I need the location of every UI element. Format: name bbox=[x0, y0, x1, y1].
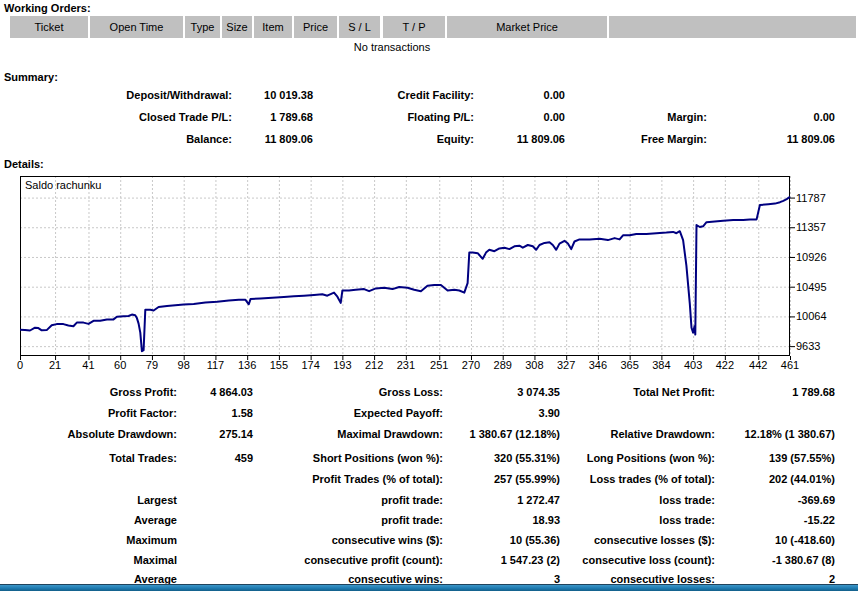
stat-value: 1 272.47 bbox=[450, 490, 560, 510]
summary-value: 11 809.06 bbox=[480, 128, 565, 150]
column-header-open-time: Open Time bbox=[90, 16, 183, 38]
y-tick-label: 10495 bbox=[796, 281, 840, 293]
stat-label: Absolute Drawdown: bbox=[0, 424, 177, 444]
stat-row: Maximumconsecutive wins ($):10 (55.36)co… bbox=[0, 530, 858, 550]
stat-label: Maximal Drawdown: bbox=[260, 424, 443, 444]
y-tick-label: 11357 bbox=[796, 221, 840, 233]
balance-chart-canvas bbox=[20, 176, 790, 356]
stat-value: 10 (55.36) bbox=[450, 530, 560, 550]
stat-label: profit trade: bbox=[260, 510, 443, 530]
stat-label: consecutive wins ($): bbox=[260, 530, 443, 550]
summary-label: Margin: bbox=[560, 106, 707, 128]
stat-value: 18.93 bbox=[450, 510, 560, 530]
stat-value: 3.90 bbox=[450, 403, 560, 423]
stat-row: Averageprofit trade:18.93loss trade:-15.… bbox=[0, 510, 858, 530]
stat-label: Expected Payoff: bbox=[260, 403, 443, 423]
chart-border bbox=[21, 177, 790, 356]
stat-label: Profit Factor: bbox=[0, 403, 177, 423]
stat-value: 1.58 bbox=[185, 403, 253, 423]
stat-value: 3 074.35 bbox=[450, 382, 560, 402]
stat-label: Total Trades: bbox=[0, 448, 177, 468]
column-header-item: Item bbox=[254, 16, 292, 38]
stat-row: Largestprofit trade:1 272.47loss trade:-… bbox=[0, 490, 858, 510]
stat-row: Profit Factor:1.58Expected Payoff:3.90 bbox=[0, 403, 858, 423]
stat-value: 257 (55.99%) bbox=[450, 469, 560, 489]
balance-chart: Saldo rachunku bbox=[20, 176, 790, 356]
x-tick-label: 0 bbox=[0, 359, 40, 371]
no-transactions-message: No transactions bbox=[0, 41, 784, 53]
column-header-size: Size bbox=[222, 16, 252, 38]
y-tick-label: 9633 bbox=[796, 340, 840, 352]
stat-label: Relative Drawdown: bbox=[566, 424, 715, 444]
summary-title: Summary: bbox=[4, 71, 58, 83]
stat-value: 275.14 bbox=[185, 424, 253, 444]
stat-label: Largest bbox=[0, 490, 177, 510]
balance-line bbox=[20, 197, 790, 352]
y-tick-label: 11787 bbox=[796, 192, 840, 204]
y-tick-label: 10064 bbox=[796, 310, 840, 322]
stat-value: 1 380.67 (12.18%) bbox=[450, 424, 560, 444]
details-title: Details: bbox=[4, 158, 44, 170]
summary-label: Floating P/L: bbox=[330, 106, 474, 128]
summary-value: 0.00 bbox=[700, 106, 835, 128]
stat-label: loss trade: bbox=[566, 510, 715, 530]
column-header-blank bbox=[609, 16, 856, 38]
stat-label: Gross Loss: bbox=[260, 382, 443, 402]
stat-row: Profit Trades (% of total):257 (55.99%)L… bbox=[0, 469, 858, 489]
stat-value: 202 (44.01%) bbox=[722, 469, 835, 489]
stat-label: consecutive loss (count): bbox=[566, 550, 715, 570]
summary-label: Closed Trade P/L: bbox=[0, 106, 232, 128]
summary-value: 10 019.38 bbox=[240, 84, 313, 106]
summary-value: 11 809.06 bbox=[240, 128, 313, 150]
summary-label: Equity: bbox=[330, 128, 474, 150]
stat-label: profit trade: bbox=[260, 490, 443, 510]
stat-row: Absolute Drawdown:275.14Maximal Drawdown… bbox=[0, 424, 858, 444]
column-header-type: Type bbox=[185, 16, 220, 38]
stat-label: Loss trades (% of total): bbox=[566, 469, 715, 489]
stat-value: 459 bbox=[185, 448, 253, 468]
stat-value: 139 (57.55%) bbox=[722, 448, 835, 468]
stat-label: Short Positions (won %): bbox=[260, 448, 443, 468]
stat-value: 320 (55.31%) bbox=[450, 448, 560, 468]
summary-value: 0.00 bbox=[480, 106, 565, 128]
summary-value: 11 809.06 bbox=[700, 128, 835, 150]
column-header-ticket: Ticket bbox=[10, 16, 88, 38]
stat-value: 1 547.23 (2) bbox=[450, 550, 560, 570]
stat-value: 12.18% (1 380.67) bbox=[722, 424, 835, 444]
column-header-price: Price bbox=[294, 16, 337, 38]
trade-report-page: Working Orders: TicketOpen TimeTypeSizeI… bbox=[0, 0, 858, 593]
stat-label: Profit Trades (% of total): bbox=[260, 469, 443, 489]
stat-row: Gross Profit:4 864.03Gross Loss:3 074.35… bbox=[0, 382, 858, 402]
stat-label: Gross Profit: bbox=[0, 382, 177, 402]
column-header-market-price: Market Price bbox=[447, 16, 607, 38]
stat-row: Maximalconsecutive profit (count):1 547.… bbox=[0, 550, 858, 570]
summary-value: 0.00 bbox=[480, 84, 565, 106]
stat-value: -369.69 bbox=[722, 490, 835, 510]
stat-label: Long Positions (won %): bbox=[566, 448, 715, 468]
stat-value: -15.22 bbox=[722, 510, 835, 530]
summary-label: Balance: bbox=[0, 128, 232, 150]
stat-label: consecutive profit (count): bbox=[260, 550, 443, 570]
stat-value: 4 864.03 bbox=[185, 382, 253, 402]
stat-value: 1 789.68 bbox=[722, 382, 835, 402]
stat-row: Total Trades:459Short Positions (won %):… bbox=[0, 448, 858, 468]
column-header-t-p: T / P bbox=[383, 16, 445, 38]
bottom-accent-bar bbox=[0, 584, 858, 591]
stat-value: 10 (-418.60) bbox=[722, 530, 835, 550]
working-orders-title: Working Orders: bbox=[4, 2, 91, 14]
x-tick-label: 461 bbox=[770, 359, 810, 371]
stat-label: Total Net Profit: bbox=[566, 382, 715, 402]
stat-value: -1 380.67 (8) bbox=[722, 550, 835, 570]
stat-label: Maximal bbox=[0, 550, 177, 570]
summary-row: Balance:11 809.06Equity:11 809.06Free Ma… bbox=[0, 128, 858, 150]
y-tick-label: 10926 bbox=[796, 251, 840, 263]
summary-row: Deposit/Withdrawal:10 019.38Credit Facil… bbox=[0, 84, 858, 106]
stat-label: loss trade: bbox=[566, 490, 715, 510]
summary-label: Credit Facility: bbox=[330, 84, 474, 106]
summary-row: Closed Trade P/L:1 789.68Floating P/L:0.… bbox=[0, 106, 858, 128]
column-header-s-l: S / L bbox=[339, 16, 380, 38]
stat-label: consecutive losses ($): bbox=[566, 530, 715, 550]
summary-label: Free Margin: bbox=[560, 128, 707, 150]
summary-label: Deposit/Withdrawal: bbox=[0, 84, 232, 106]
summary-value: 1 789.68 bbox=[240, 106, 313, 128]
